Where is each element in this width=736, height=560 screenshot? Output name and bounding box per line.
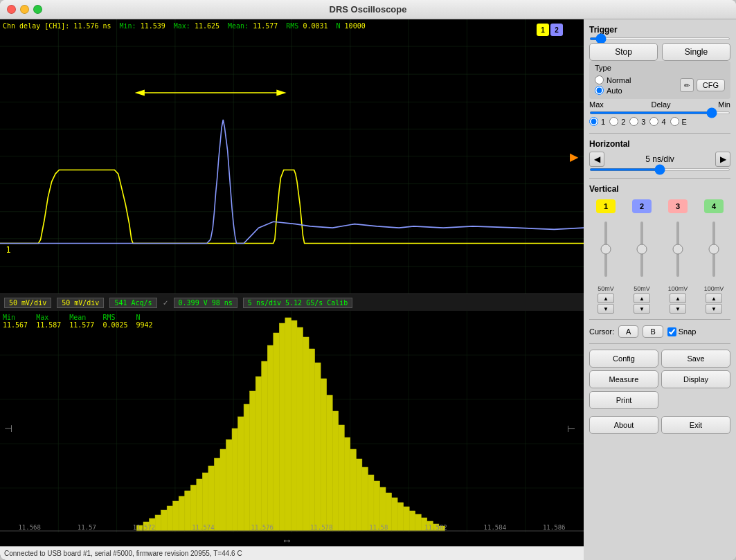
normal-label: Normal bbox=[607, 76, 631, 84]
svg-rect-52 bbox=[238, 417, 244, 531]
single-button[interactable]: Single bbox=[662, 43, 730, 61]
horizontal-section: Horizontal ◀ 5 ns/div ▶ bbox=[589, 139, 730, 172]
src2-label: 2 bbox=[621, 118, 625, 126]
auto-radio-row: Auto bbox=[595, 86, 631, 95]
svg-marker-20 bbox=[277, 91, 285, 96]
svg-rect-55 bbox=[255, 377, 262, 531]
srcE-radio[interactable] bbox=[670, 117, 679, 126]
ch3-up-button[interactable]: ▲ bbox=[670, 293, 686, 303]
svg-rect-53 bbox=[244, 404, 250, 531]
auto-radio[interactable] bbox=[595, 86, 604, 95]
ch2-slider-container bbox=[635, 215, 649, 284]
waveform-display[interactable]: Chn delay [CH1]: 11.576 ns Min: 11.539 M… bbox=[0, 19, 584, 294]
oscilloscope-panel: Chn delay [CH1]: 11.576 ns Min: 11.539 M… bbox=[0, 19, 584, 560]
hist-n: N 9942 bbox=[136, 314, 153, 329]
main-window: DRS Oscilloscope Chn delay [CH1]: 11.576… bbox=[0, 0, 736, 560]
normal-radio[interactable] bbox=[595, 75, 604, 84]
histogram-stats: Min 11.567 Max 11.587 Mean 11.577 RMS 0.… bbox=[3, 314, 153, 329]
divider-4 bbox=[589, 343, 730, 344]
ch4-ctrl-badge[interactable]: 4 bbox=[704, 199, 724, 213]
channel-2-ctrl: 2 50mV ▲ ▼ bbox=[625, 199, 658, 314]
type-section: Type Normal Auto bbox=[589, 61, 730, 99]
min-stat: Min: 11.539 bbox=[120, 22, 165, 30]
config-button[interactable]: Config bbox=[589, 350, 658, 368]
trigger-buttons: Stop Single bbox=[589, 43, 730, 61]
horizontal-slider[interactable] bbox=[589, 168, 730, 171]
svg-point-94 bbox=[673, 244, 683, 254]
exit-button[interactable]: Exit bbox=[661, 416, 730, 434]
svg-rect-46 bbox=[202, 473, 208, 531]
svg-rect-65 bbox=[315, 363, 321, 531]
delay-slider[interactable] bbox=[589, 111, 730, 114]
src3-radio[interactable] bbox=[629, 117, 638, 126]
hist-mean: Mean 11.577 bbox=[69, 314, 94, 329]
ch2-up-button[interactable]: ▲ bbox=[634, 293, 650, 303]
minimize-button[interactable] bbox=[20, 5, 29, 14]
src4-radio[interactable] bbox=[649, 117, 658, 126]
src2-radio[interactable] bbox=[609, 117, 618, 126]
display-button[interactable]: Display bbox=[661, 370, 730, 388]
about-exit-row: About Exit bbox=[589, 416, 730, 434]
ch2-slider-svg bbox=[635, 218, 649, 280]
channel-4-ctrl: 4 100mV ▲ ▼ bbox=[697, 199, 730, 314]
ch3-slider-svg bbox=[671, 218, 685, 280]
svg-text:⟷: ⟷ bbox=[284, 535, 291, 545]
svg-rect-60 bbox=[285, 318, 291, 531]
svg-rect-66 bbox=[321, 379, 327, 531]
cursor-marker: ▶ bbox=[570, 150, 578, 163]
snap-checkbox[interactable] bbox=[667, 327, 676, 336]
ch4-scale-label: 100mV bbox=[704, 285, 724, 292]
ch2-down-button[interactable]: ▼ bbox=[634, 304, 650, 314]
trigger-level-slider[interactable] bbox=[589, 37, 730, 40]
cursor-a-button[interactable]: A bbox=[618, 325, 638, 338]
src1-radio[interactable] bbox=[589, 117, 598, 126]
cfg-button[interactable]: CFG bbox=[697, 79, 725, 91]
svg-rect-64 bbox=[309, 349, 315, 531]
ch4-down-button[interactable]: ▼ bbox=[706, 304, 722, 314]
print-button[interactable]: Print bbox=[589, 391, 658, 409]
histogram-display[interactable]: Min 11.567 Max 11.587 Mean 11.577 RMS 0.… bbox=[0, 311, 584, 546]
channel-3-ctrl: 3 100mV ▲ ▼ bbox=[661, 199, 694, 314]
maximize-button[interactable] bbox=[33, 5, 42, 14]
stop-button[interactable]: Stop bbox=[589, 43, 658, 61]
left-handle[interactable]: ⊣ bbox=[4, 423, 12, 434]
hist-min: Min 11.567 bbox=[3, 314, 28, 329]
ch1-up-button[interactable]: ▲ bbox=[598, 293, 614, 303]
save-button[interactable]: Save bbox=[661, 350, 730, 368]
svg-rect-61 bbox=[291, 320, 297, 531]
rms-stat: RMS 0.0031 bbox=[286, 22, 327, 30]
about-button[interactable]: About bbox=[589, 416, 658, 434]
svg-rect-57 bbox=[267, 345, 273, 531]
svg-rect-49 bbox=[220, 449, 226, 531]
right-handle[interactable]: ⊢ bbox=[567, 423, 575, 434]
ch2-ctrl-badge[interactable]: 2 bbox=[632, 199, 652, 213]
ch4-slider-svg bbox=[707, 218, 721, 280]
close-button[interactable] bbox=[7, 5, 16, 14]
pencil-button[interactable]: ✏ bbox=[680, 78, 694, 92]
svg-rect-50 bbox=[226, 440, 233, 531]
voltage-tag: 0.399 V 98 ns bbox=[174, 298, 237, 308]
ch4-up-button[interactable]: ▲ bbox=[706, 293, 722, 303]
ch1-ctrl-badge[interactable]: 1 bbox=[596, 199, 616, 213]
x-axis-labels: 11.568 11.57 11.572 11.574 11.576 11.578… bbox=[0, 524, 584, 531]
measure-button[interactable]: Measure bbox=[589, 370, 658, 388]
divider-2 bbox=[589, 178, 730, 179]
svg-rect-59 bbox=[279, 323, 285, 531]
cursor-b-button[interactable]: B bbox=[643, 325, 663, 338]
ch3-ctrl-badge[interactable]: 3 bbox=[668, 199, 688, 213]
cursor-label: Cursor: bbox=[589, 327, 614, 336]
svg-rect-68 bbox=[332, 411, 339, 531]
ch1-badge[interactable]: 1 bbox=[537, 24, 549, 36]
divider-1 bbox=[589, 133, 730, 134]
ch1-slider-container bbox=[599, 215, 613, 284]
svg-rect-74 bbox=[368, 475, 374, 531]
max-stat: Max: 11.625 bbox=[174, 22, 219, 30]
titlebar: DRS Oscilloscope bbox=[0, 0, 736, 19]
hist-rms: RMS 0.0025 bbox=[102, 314, 127, 329]
ch3-down-button[interactable]: ▼ bbox=[670, 304, 686, 314]
ch1-scale-tag: 50 mV/div bbox=[4, 298, 51, 308]
n-stat: N 10000 bbox=[336, 22, 366, 30]
ch2-badge[interactable]: 2 bbox=[550, 24, 563, 36]
ch1-down-button[interactable]: ▼ bbox=[598, 304, 614, 314]
acq-rate-tag: 541 Acq/s bbox=[109, 298, 156, 308]
